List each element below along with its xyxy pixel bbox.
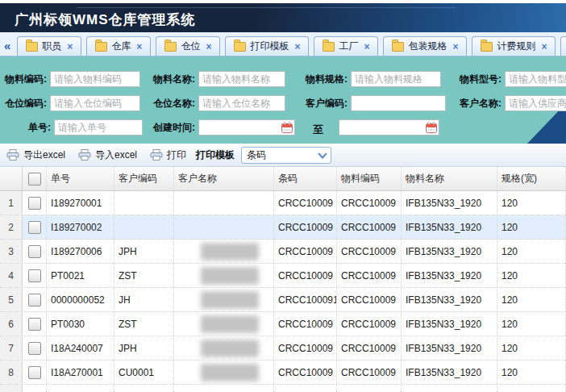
row-checkbox[interactable] — [28, 342, 41, 355]
tab-print-template[interactable]: 打印模板× — [225, 36, 309, 56]
row-checkbox[interactable] — [28, 197, 41, 210]
cell-customer-name — [174, 264, 274, 287]
header-cell-material-code[interactable]: 物料编码 — [337, 167, 402, 190]
row-number: 8 — [0, 361, 23, 384]
cell-spec-width: 120 — [497, 336, 566, 360]
row-checkbox[interactable] — [28, 221, 41, 234]
tab-strip: « 职员×仓库×仓位×打印模板×工厂×包装规格×计费规则×单据类型× — [0, 32, 566, 56]
table-row[interactable]: 2I189270002CRCC10009CRCC10009IFB135N33_1… — [0, 215, 566, 240]
customer-code-label: 客户编码: — [306, 97, 348, 111]
import-excel-button[interactable]: 导入excel — [78, 148, 137, 162]
material-code-input[interactable] — [50, 71, 140, 87]
cell-customer-name — [174, 312, 274, 336]
row-checkbox[interactable] — [28, 245, 41, 258]
tab-warehouse[interactable]: 仓库× — [86, 36, 151, 56]
folder-icon — [481, 42, 493, 52]
table-row[interactable]: 50000000052JHCRCC100091CRCC10009IFB135N3… — [0, 288, 566, 312]
bin-code-input[interactable] — [50, 95, 140, 111]
close-icon[interactable]: × — [364, 41, 369, 52]
cell-material-code: CRCC10009 — [337, 264, 402, 287]
collapse-tabs-icon[interactable]: « — [4, 40, 10, 52]
cell-order-no: PT0021 — [47, 264, 114, 287]
print-button[interactable]: 打印 — [150, 148, 186, 162]
table-row[interactable]: 8I18A270001CU0001CRCC10009CRCC10009IFB13… — [0, 361, 566, 385]
create-time-end-input[interactable] — [339, 119, 439, 136]
calendar-icon[interactable] — [426, 122, 437, 133]
header-row-number — [0, 167, 23, 190]
select-all-checkbox[interactable] — [28, 173, 41, 186]
calendar-icon[interactable] — [281, 122, 293, 133]
customer-name-input[interactable] — [505, 95, 566, 111]
tab-label: 工厂 — [339, 40, 358, 53]
material-spec-input[interactable] — [351, 71, 441, 87]
row-checkbox[interactable] — [28, 366, 41, 379]
cell-customer-name — [174, 215, 274, 239]
header-cell-material-name[interactable]: 物料名称 — [402, 167, 497, 190]
table-row-partial[interactable] — [0, 385, 566, 392]
row-number — [0, 385, 23, 392]
row-checkbox-cell — [23, 361, 47, 384]
row-checkbox[interactable] — [28, 269, 41, 282]
row-number: 1 — [0, 191, 23, 215]
close-icon[interactable]: × — [294, 41, 300, 52]
cell-material-name: IFB135N33_1920 — [402, 264, 497, 287]
cell-material-code: CRCC10009 — [337, 191, 402, 215]
tab-bin[interactable]: 仓位× — [156, 36, 220, 56]
header-cell-spec-width[interactable]: 规格(宽) — [497, 167, 566, 190]
export-excel-button[interactable]: 导出excel — [6, 148, 65, 162]
close-icon[interactable]: × — [206, 41, 211, 52]
close-icon[interactable]: × — [452, 41, 458, 52]
cell-customer-code: JPH — [114, 336, 174, 360]
cell-material-name: IFB135N33_1920 — [402, 215, 497, 239]
bin-name-label: 仓位名称: — [153, 97, 195, 111]
table-row[interactable]: 4PT0021ZSTCRCC10009CRCC10009IFB135N33_19… — [0, 264, 566, 288]
tab-label: 包装规格 — [408, 40, 447, 53]
material-name-input[interactable] — [198, 71, 285, 87]
table-row[interactable]: 6PT0030ZSTCRCC10009CRCC10009IFB135N33_19… — [0, 312, 566, 336]
close-icon[interactable]: × — [67, 41, 73, 52]
header-cell-barcode[interactable]: 条码 — [274, 167, 337, 190]
row-number: 6 — [0, 312, 23, 336]
header-cell-customer-code[interactable]: 客户编码 — [114, 167, 174, 190]
material-model-input[interactable] — [505, 71, 566, 87]
tab-package-spec[interactable]: 包装规格× — [383, 36, 467, 56]
close-icon[interactable]: × — [136, 41, 142, 52]
cell-barcode: CRCC10009 — [274, 240, 337, 263]
cell-spec-width: 120 — [497, 361, 566, 384]
tab-billing-rule[interactable]: 计费规则× — [472, 36, 556, 56]
row-checkbox-cell — [23, 336, 47, 360]
cell-barcode: CRCC10009 — [274, 264, 337, 287]
row-number: 7 — [0, 336, 23, 360]
tab-doc-type[interactable]: 单据类型× — [560, 36, 566, 56]
close-icon[interactable]: × — [541, 41, 547, 52]
print-template-select[interactable]: 条码 — [241, 147, 331, 164]
customer-code-input[interactable] — [351, 95, 446, 111]
cell-barcode: CRCC10009 — [274, 312, 337, 336]
bin-name-input[interactable] — [198, 95, 285, 111]
material-name-label: 物料名称: — [153, 73, 195, 86]
header-cell-order-no[interactable]: 单号 — [47, 167, 114, 190]
header-cell-customer-name[interactable]: 客户名称 — [174, 167, 274, 190]
cell-customer-code — [114, 215, 174, 239]
cell-barcode: CRCC10009 — [274, 191, 337, 215]
row-number: 2 — [0, 215, 23, 239]
cell-customer-code: CU0001 — [114, 361, 174, 384]
tab-factory[interactable]: 工厂× — [314, 36, 378, 56]
row-checkbox[interactable] — [28, 318, 41, 331]
cell-spec-width: 120 — [497, 288, 566, 311]
cell-material-code: CRCC10009 — [337, 312, 402, 336]
tab-label: 职员 — [42, 40, 61, 53]
table-row[interactable]: 1I189270001CRCC10009CRCC10009IFB135N33_1… — [0, 191, 566, 215]
order-no-input[interactable] — [54, 119, 143, 136]
folder-icon — [392, 42, 404, 52]
tab-employee[interactable]: 职员× — [17, 36, 81, 56]
cell-spec-width: 120 — [497, 240, 566, 263]
table-row[interactable]: 3I189270006JPHCRCC10009CRCC10009IFB135N3… — [0, 240, 566, 264]
table-row[interactable]: 7I18A240007JPHCRCC10009CRCC10009IFB135N3… — [0, 336, 566, 361]
row-checkbox[interactable] — [28, 294, 41, 307]
cell-barcode: CRCC100091 — [274, 288, 337, 311]
redacted-customer-name — [201, 243, 259, 261]
row-checkbox-cell — [23, 312, 47, 336]
create-time-start-input[interactable] — [198, 119, 295, 136]
export-excel-label: 导出excel — [23, 148, 65, 162]
